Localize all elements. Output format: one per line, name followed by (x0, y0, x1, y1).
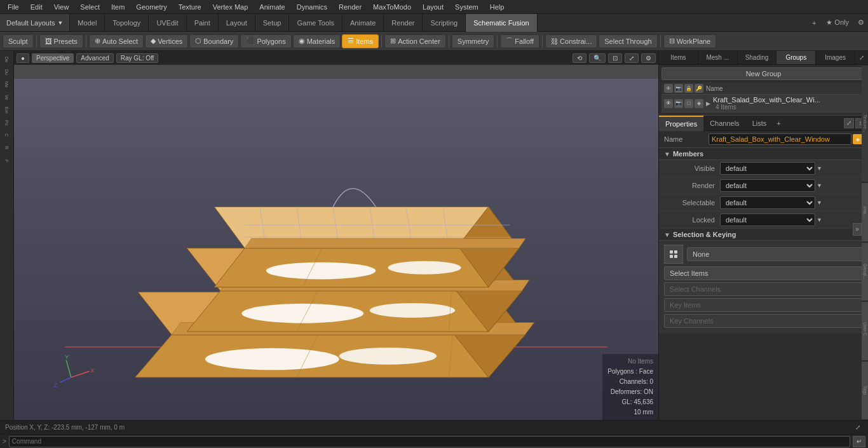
menu-vertex-map[interactable]: Vertex Map (208, 2, 254, 12)
key-channels-button[interactable]: Key Channels (664, 314, 863, 328)
tab-lists[interactable]: Lists (746, 116, 773, 131)
viewport-perspective[interactable]: Perspective (32, 53, 74, 63)
accent-tab-texture[interactable]: Texture... (862, 65, 868, 182)
menu-edit[interactable]: Edit (25, 2, 48, 12)
tab-model[interactable]: Model (70, 14, 105, 32)
group-eye-icon[interactable]: 👁 (664, 99, 673, 108)
tab-schematic-fusion[interactable]: Schematic Fusion (466, 14, 537, 32)
right-tab-expand[interactable]: ⤢ (855, 51, 868, 64)
render-select[interactable]: default (720, 179, 815, 192)
menu-file[interactable]: File (3, 2, 24, 12)
action-center-button[interactable]: ⊞ Action Center (384, 34, 446, 48)
props-tab-plus[interactable]: + (773, 118, 784, 128)
expand-button[interactable]: ⤢ (853, 423, 863, 432)
right-tab-groups[interactable]: Groups (776, 51, 816, 64)
new-group-button[interactable]: New Group (661, 67, 865, 80)
menu-geometry[interactable]: Geometry (131, 2, 172, 12)
layout-star-button[interactable]: ★ Only (821, 16, 854, 29)
sidebar-icon-c[interactable]: C (1, 130, 13, 141)
viewport-dot[interactable]: ● (17, 53, 29, 63)
locked-select[interactable]: default (720, 214, 815, 226)
right-tab-images[interactable]: Images (816, 51, 855, 64)
menu-item[interactable]: Item (106, 2, 130, 12)
sidebar-icon-dup[interactable]: Du (1, 66, 13, 78)
menu-animate[interactable]: Animate (254, 2, 290, 12)
props-expand-btn-1[interactable]: ⤢ (844, 118, 854, 128)
sidebar-icon-f[interactable]: F (1, 155, 13, 166)
visible-select[interactable]: default (720, 162, 815, 175)
tab-setup[interactable]: Setup (255, 14, 290, 32)
group-expand-arrow[interactable]: ▶ (706, 100, 710, 107)
selectable-select[interactable]: default (720, 196, 815, 209)
tab-animate[interactable]: Animate (342, 14, 384, 32)
tab-scripting[interactable]: Scripting (423, 14, 466, 32)
group-key-icon[interactable]: ◈ (695, 99, 703, 108)
command-run-button[interactable]: ↵ (853, 436, 865, 447)
props-name-input[interactable] (709, 133, 851, 145)
menu-texture[interactable]: Texture (173, 2, 207, 12)
menu-dynamics[interactable]: Dynamics (292, 2, 332, 12)
header-key-icon[interactable]: 🔑 (695, 84, 703, 93)
tab-topology[interactable]: Topology (105, 14, 149, 32)
menu-help[interactable]: Help (485, 2, 510, 12)
items-button[interactable]: ☰ Items (342, 34, 379, 48)
symmetry-button[interactable]: Symmetry (452, 34, 495, 48)
select-items-button[interactable]: Select Items (664, 266, 863, 280)
key-icon-box[interactable] (664, 245, 683, 264)
menu-layout[interactable]: Layout (417, 2, 449, 12)
accent-tab-ima[interactable]: Ima... (862, 183, 868, 241)
header-cam-icon[interactable]: 📷 (674, 84, 683, 93)
command-input[interactable] (9, 436, 850, 447)
layout-dropdown[interactable]: Default Layouts ▼ (0, 14, 70, 31)
right-tab-shading[interactable]: Shading (738, 51, 777, 64)
auto-select-button[interactable]: ⊕ Auto Select (89, 34, 144, 48)
select-through-button[interactable]: Select Through (599, 34, 657, 48)
polygons-button[interactable]: ⬛ Polygons (240, 34, 291, 48)
viewport-zoom-in[interactable]: 🔍 (589, 53, 606, 63)
select-channels-button[interactable]: Select Channels (664, 282, 863, 296)
menu-view[interactable]: View (49, 2, 74, 12)
constraints-button[interactable]: ⛓ Constrai... (545, 34, 597, 48)
tab-render[interactable]: Render (384, 14, 423, 32)
sculpt-button[interactable]: Sculpt (3, 34, 34, 48)
tab-uvedit[interactable]: UVEdit (149, 14, 186, 32)
group-row[interactable]: 👁 📷 □ ◈ ▶ Kraft_Salad_Box_with_Clear_Wi.… (661, 95, 865, 112)
viewport-advanced[interactable]: Advanced (76, 53, 113, 63)
group-lock-icon[interactable]: □ (684, 99, 693, 108)
materials-button[interactable]: ◉ Materials (293, 34, 341, 48)
tab-properties[interactable]: Properties (659, 116, 703, 131)
sidebar-icon-r[interactable]: R (1, 142, 13, 154)
tab-game-tools[interactable]: Game Tools (289, 14, 342, 32)
vertices-button[interactable]: ◆ Vertices (145, 34, 188, 48)
falloff-button[interactable]: ⌒ Falloff (500, 34, 539, 48)
viewport[interactable]: ● Perspective Advanced Ray GL: Off ⟲ 🔍 ⊡… (14, 51, 658, 420)
right-tab-items[interactable]: Items (659, 51, 698, 64)
layout-gear-button[interactable]: ⚙ (854, 16, 868, 29)
selection-keying-header[interactable]: ▼ Selection & Keying (659, 229, 868, 241)
menu-maxtomodo[interactable]: MaxToModo (368, 2, 416, 12)
viewport-orbit-icon[interactable]: ⟲ (573, 53, 587, 63)
boundary-button[interactable]: ⬡ Boundary (189, 34, 239, 48)
presets-button[interactable]: 🖼 Presets (39, 34, 83, 48)
viewport-fit[interactable]: ⊡ (608, 53, 622, 63)
sidebar-icon-ver[interactable]: Ve (1, 92, 13, 103)
sidebar-icon-pol[interactable]: Po (1, 117, 13, 128)
accent-tab-user[interactable]: User C... (862, 302, 868, 360)
sidebar-icon-em[interactable]: Em (1, 104, 13, 116)
layout-plus-button[interactable]: + (807, 17, 821, 29)
sidebar-icon-de[interactable]: De (1, 53, 13, 65)
viewport-raygl[interactable]: Ray GL: Off (116, 53, 159, 63)
key-items-button[interactable]: Key Items (664, 298, 863, 312)
panel-collapse-button[interactable]: » (853, 223, 862, 236)
menu-select[interactable]: Select (75, 2, 105, 12)
menu-render[interactable]: Render (334, 2, 367, 12)
accent-tab-group[interactable]: Group... (862, 243, 868, 301)
tab-channels[interactable]: Channels (703, 116, 745, 131)
viewport-expand[interactable]: ⤢ (625, 53, 639, 63)
tab-layout[interactable]: Layout (219, 14, 255, 32)
group-cam-icon[interactable]: 📷 (674, 99, 683, 108)
menu-system[interactable]: System (450, 2, 484, 12)
members-section-header[interactable]: ▼ Members (659, 148, 868, 160)
none-button[interactable]: None (687, 247, 863, 261)
header-eye-icon[interactable]: 👁 (664, 84, 673, 93)
